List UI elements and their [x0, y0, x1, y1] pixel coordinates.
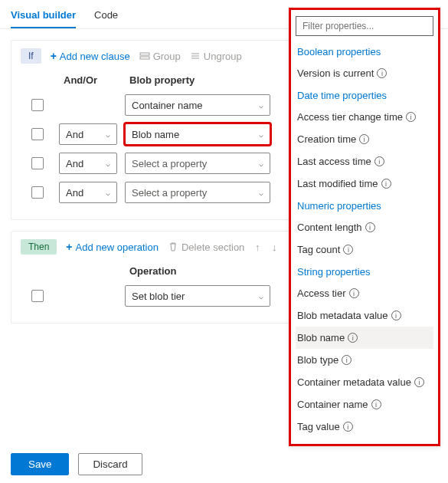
discard-button[interactable]: Discard: [78, 453, 142, 475]
then-pill: Then: [21, 239, 57, 255]
add-new-clause-button[interactable]: + Add new clause: [51, 50, 130, 62]
chevron-down-icon: ⌵: [259, 130, 263, 139]
dropdown-item[interactable]: Access tier change time i: [296, 106, 433, 128]
svg-rect-0: [140, 53, 149, 55]
info-icon[interactable]: i: [377, 68, 387, 78]
move-down-button: ↓: [270, 242, 278, 253]
andor-select[interactable]: And⌵: [59, 182, 117, 203]
dropdown-item-label: Version is current: [297, 67, 374, 79]
column-header-andor: And/Or: [64, 74, 122, 86]
info-icon[interactable]: i: [343, 245, 353, 255]
dropdown-item-label: Last access time: [297, 156, 371, 167]
dropdown-group-header: Date time properties: [296, 84, 433, 106]
delete-section-button: Delete section: [168, 242, 244, 253]
svg-rect-1: [140, 57, 149, 59]
dropdown-item[interactable]: Last modified time i: [296, 172, 433, 195]
blob-property-dropdown: Boolean propertiesVersion is current iDa…: [289, 8, 440, 446]
blob-property-select[interactable]: Select a property⌵: [125, 153, 270, 174]
blob-property-select[interactable]: Select a property⌵: [125, 182, 270, 203]
info-icon[interactable]: i: [348, 333, 358, 343]
info-icon[interactable]: i: [391, 310, 401, 320]
dropdown-item-label: Blob type: [297, 354, 338, 366]
dropdown-group-header: String properties: [296, 261, 433, 282]
info-icon[interactable]: i: [406, 112, 416, 122]
dropdown-item[interactable]: Blob type i: [296, 349, 433, 371]
blob-property-select[interactable]: Blob name⌵: [125, 123, 270, 145]
dropdown-item[interactable]: Tag value i: [296, 416, 433, 438]
dropdown-item-label: Tag value: [297, 421, 340, 432]
chevron-down-icon: ⌵: [259, 189, 263, 197]
trash-icon: [168, 242, 178, 252]
dropdown-item[interactable]: Blob name i: [296, 327, 433, 349]
dropdown-item[interactable]: Container name i: [296, 393, 433, 416]
row-checkbox[interactable]: [31, 99, 44, 111]
dropdown-item-label: Container name: [297, 399, 368, 410]
chevron-down-icon: ⌵: [106, 189, 110, 197]
dropdown-item-label: Blob metadata value: [297, 310, 388, 321]
add-clause-label: Add new clause: [60, 51, 130, 62]
ungroup-icon: [190, 51, 201, 61]
add-new-operation-button[interactable]: + Add new operation: [66, 241, 159, 253]
info-icon[interactable]: i: [349, 288, 359, 298]
dropdown-item-label: Access tier change time: [297, 111, 403, 123]
dropdown-item-label: Container metadata value: [297, 376, 411, 388]
chevron-down-icon: ⌵: [259, 159, 263, 168]
dropdown-item[interactable]: Content length i: [296, 216, 433, 238]
dropdown-item[interactable]: Last access time i: [296, 150, 433, 172]
if-pill: If: [21, 48, 41, 64]
chevron-down-icon: ⌵: [106, 159, 110, 168]
chevron-down-icon: ⌵: [259, 101, 263, 110]
plus-icon: +: [66, 241, 72, 253]
dropdown-item-label: Creation time: [297, 133, 356, 145]
info-icon[interactable]: i: [374, 156, 384, 166]
tab-visual-builder[interactable]: Visual builder: [11, 9, 76, 28]
dropdown-item[interactable]: Blob metadata value i: [296, 304, 433, 327]
info-icon[interactable]: i: [365, 222, 375, 232]
dropdown-item[interactable]: Tag count i: [296, 238, 433, 261]
tab-code[interactable]: Code: [94, 9, 118, 28]
dropdown-item[interactable]: Creation time i: [296, 128, 433, 150]
row-checkbox[interactable]: [31, 186, 44, 199]
filter-properties-input[interactable]: [296, 16, 433, 36]
group-button: Group: [139, 51, 181, 62]
info-icon[interactable]: i: [381, 179, 391, 189]
andor-select[interactable]: And⌵: [59, 153, 117, 174]
arrow-up-icon: ↑: [253, 242, 261, 253]
row-checkbox[interactable]: [31, 157, 44, 169]
dropdown-group-header: Numeric properties: [296, 195, 433, 216]
add-operation-label: Add new operation: [76, 242, 159, 253]
blob-property-select[interactable]: Container name⌵: [125, 94, 270, 116]
dropdown-item[interactable]: Version is current i: [296, 62, 433, 84]
plus-icon: +: [51, 50, 57, 62]
andor-select[interactable]: And⌵: [59, 123, 117, 145]
dropdown-item-label: Content length: [297, 222, 362, 233]
dropdown-item[interactable]: Access tier i: [296, 282, 433, 304]
row-checkbox[interactable]: [31, 290, 44, 302]
dropdown-item-label: Access tier: [297, 288, 346, 299]
info-icon[interactable]: i: [359, 134, 369, 144]
info-icon[interactable]: i: [371, 399, 381, 409]
arrow-down-icon: ↓: [270, 242, 278, 253]
chevron-down-icon: ⌵: [259, 292, 263, 301]
dropdown-group-header: Boolean properties: [296, 41, 433, 62]
dropdown-item-label: Last modified time: [297, 178, 378, 189]
dropdown-item[interactable]: Container metadata value i: [296, 371, 433, 393]
save-button[interactable]: Save: [11, 453, 69, 475]
ungroup-button: Ungroup: [190, 51, 242, 62]
dropdown-item-label: Tag count: [297, 244, 340, 255]
operation-select[interactable]: Set blob tier⌵: [125, 285, 270, 307]
info-icon[interactable]: i: [343, 422, 353, 432]
dropdown-item-label: Blob name: [297, 332, 345, 343]
move-up-button: ↑: [253, 242, 261, 253]
chevron-down-icon: ⌵: [106, 130, 110, 139]
row-checkbox[interactable]: [31, 128, 44, 140]
group-icon: [139, 51, 150, 61]
info-icon[interactable]: i: [342, 355, 352, 365]
info-icon[interactable]: i: [414, 377, 424, 387]
